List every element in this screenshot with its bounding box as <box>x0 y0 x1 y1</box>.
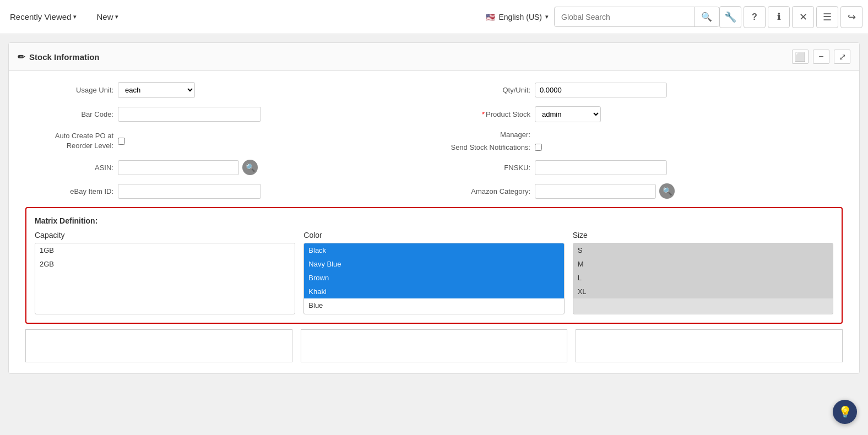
bottom-cell-3 <box>576 329 843 362</box>
size-column: Size S M L XL <box>573 231 833 314</box>
form-row-2: Bar Code: Product Stock admin warehouse1 <box>25 106 843 122</box>
list-item-brown[interactable]: Brown <box>304 271 563 285</box>
main-content: ✏ Stock Information ⬜ − ⤢ Usage Unit: ea… <box>0 34 868 382</box>
auto-create-label: Auto Create PO at Reorder Level: <box>25 131 113 151</box>
capacity-column: Capacity 1GB 2GB <box>35 231 295 314</box>
auto-create-checkbox[interactable] <box>118 138 125 145</box>
color-header: Color <box>303 231 564 240</box>
fnsku-group: FNSKU: <box>442 160 843 175</box>
restore-button[interactable]: ⬜ <box>792 50 809 64</box>
help-button[interactable]: ? <box>744 6 766 28</box>
auto-create-label-1: Auto Create PO at <box>55 131 113 141</box>
matrix-grid: Capacity 1GB 2GB Color Black Navy Blue B… <box>35 231 833 314</box>
pencil-icon: ✏ <box>18 52 25 62</box>
capacity-list[interactable]: 1GB 2GB <box>35 243 295 314</box>
form-row-5: eBay Item ID: Amazon Category: 🔍 <box>25 183 843 199</box>
flag-icon: 🇺🇸 <box>486 13 495 21</box>
color-column: Color Black Navy Blue Brown Khaki Blue <box>303 231 564 314</box>
auto-create-group: Auto Create PO at Reorder Level: <box>25 130 426 151</box>
send-stock-checkbox[interactable] <box>535 144 542 151</box>
usage-unit-group: Usage Unit: each box pack <box>25 82 426 98</box>
product-stock-group: Product Stock admin warehouse1 <box>442 106 843 122</box>
recently-viewed-chevron: ▾ <box>73 13 77 20</box>
form-row-1: Usage Unit: each box pack Qty/Unit: <box>25 82 843 98</box>
list-item-m[interactable]: M <box>573 257 833 271</box>
maximize-button[interactable]: ⤢ <box>834 50 850 64</box>
nav-left: Recently Viewed ▾ New ▾ <box>6 10 486 24</box>
global-search-box: 🔍 <box>554 7 719 27</box>
barcode-group: Bar Code: <box>25 106 426 122</box>
amazon-category-label: Amazon Category: <box>442 187 530 195</box>
new-nav[interactable]: New ▾ <box>92 10 123 24</box>
usage-unit-select[interactable]: each box pack <box>118 82 195 98</box>
qty-unit-input[interactable] <box>535 83 667 97</box>
matrix-title: Matrix Definition: <box>35 216 833 225</box>
form-row-3: Auto Create PO at Reorder Level: Manager… <box>25 130 843 151</box>
nav-center: 🇺🇸 English (US) ▾ 🔍 <box>486 7 719 27</box>
close-button[interactable]: ✕ <box>792 6 814 28</box>
stock-information-card: ✏ Stock Information ⬜ − ⤢ Usage Unit: ea… <box>8 42 860 374</box>
card-header-actions: ⬜ − ⤢ <box>792 50 850 64</box>
language-label: English (US) <box>498 13 542 21</box>
list-item-khaki[interactable]: Khaki <box>304 285 563 298</box>
top-nav: Recently Viewed ▾ New ▾ 🇺🇸 English (US) … <box>0 0 868 34</box>
ebay-label: eBay Item ID: <box>25 187 113 195</box>
list-item-xl[interactable]: XL <box>573 285 833 298</box>
menu-button[interactable]: ☰ <box>816 6 838 28</box>
form-body: Usage Unit: each box pack Qty/Unit: Bar … <box>9 71 859 373</box>
card-header: ✏ Stock Information ⬜ − ⤢ <box>9 43 859 71</box>
list-item[interactable]: 2GB <box>35 257 295 271</box>
bottom-cell-1 <box>25 329 292 362</box>
list-item-l[interactable]: L <box>573 271 833 285</box>
info-button[interactable]: ℹ <box>768 6 790 28</box>
wrench-button[interactable]: 🔧 <box>719 6 741 28</box>
barcode-label: Bar Code: <box>25 110 113 118</box>
list-item-s[interactable]: S <box>573 243 833 257</box>
product-stock-select[interactable]: admin warehouse1 <box>535 106 601 122</box>
send-stock-label: Send Stock Notifications: <box>442 143 530 151</box>
minimize-button[interactable]: − <box>813 50 829 64</box>
ebay-input[interactable] <box>118 184 261 199</box>
asin-input[interactable] <box>118 160 239 175</box>
recently-viewed-nav[interactable]: Recently Viewed ▾ <box>6 10 81 24</box>
global-search-button[interactable]: 🔍 <box>694 7 719 26</box>
manager-group: Manager: Send Stock Notifications: <box>442 130 843 151</box>
asin-input-group: 🔍 <box>118 160 258 175</box>
card-title-text: Stock Information <box>29 52 100 62</box>
amazon-category-group: Amazon Category: 🔍 <box>442 183 843 199</box>
asin-group: ASIN: 🔍 <box>25 160 426 175</box>
asin-search-button[interactable]: 🔍 <box>242 160 258 175</box>
list-item[interactable]: 1GB <box>35 243 295 257</box>
fnsku-label: FNSKU: <box>442 164 530 172</box>
language-selector[interactable]: 🇺🇸 English (US) ▾ <box>486 13 549 21</box>
fnsku-input[interactable] <box>535 160 667 175</box>
color-list[interactable]: Black Navy Blue Brown Khaki Blue <box>303 243 564 314</box>
usage-unit-label: Usage Unit: <box>25 86 113 94</box>
barcode-input[interactable] <box>118 107 261 122</box>
auto-create-label-2: Reorder Level: <box>67 141 113 151</box>
ebay-group: eBay Item ID: <box>25 183 426 199</box>
card-title-area: ✏ Stock Information <box>18 52 100 62</box>
size-list[interactable]: S M L XL <box>573 243 833 314</box>
matrix-section: Matrix Definition: Capacity 1GB 2GB Colo… <box>25 207 843 324</box>
bottom-cell-2 <box>301 329 568 362</box>
list-item-blue[interactable]: Blue <box>304 298 563 312</box>
recently-viewed-label: Recently Viewed <box>10 12 71 21</box>
nav-right: 🔧 ? ℹ ✕ ☰ ↪ <box>719 6 862 28</box>
manager-label: Manager: <box>442 130 530 139</box>
product-stock-label: Product Stock <box>442 110 530 118</box>
new-chevron: ▾ <box>115 13 118 20</box>
amazon-category-input[interactable] <box>535 184 656 199</box>
new-label: New <box>96 12 113 21</box>
bottom-table-row <box>25 329 843 362</box>
form-row-4: ASIN: 🔍 FNSKU: <box>25 160 843 175</box>
size-header: Size <box>573 231 833 240</box>
list-item-navy-blue[interactable]: Navy Blue <box>304 257 563 271</box>
amazon-category-search-button[interactable]: 🔍 <box>659 183 675 199</box>
qty-unit-group: Qty/Unit: <box>442 82 843 98</box>
capacity-header: Capacity <box>35 231 295 240</box>
global-search-input[interactable] <box>555 8 694 26</box>
export-button[interactable]: ↪ <box>840 6 862 28</box>
asin-label: ASIN: <box>25 164 113 172</box>
list-item-black[interactable]: Black <box>304 243 563 257</box>
